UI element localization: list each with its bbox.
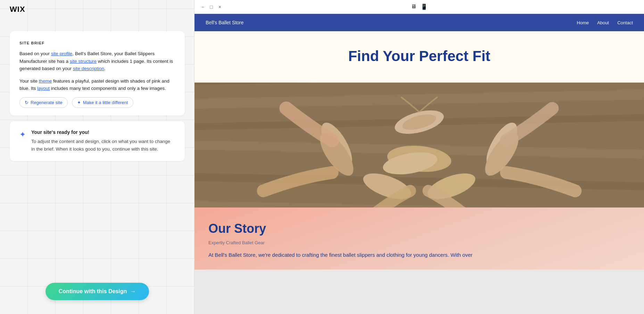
ready-card: ✦ Your site's ready for you! To adjust t… <box>10 121 185 161</box>
site-description-link[interactable]: site description <box>73 66 104 71</box>
left-panel: WIX SITE BRIEF Based on your site profil… <box>0 0 195 314</box>
make-different-button[interactable]: ✦ Make it a little different <box>72 97 133 108</box>
make-different-label: Make it a little different <box>83 100 128 105</box>
site-brief-paragraph1: Based on your site profile, Bell's Balle… <box>19 50 175 73</box>
site-brief-card: SITE BRIEF Based on your site profile, B… <box>10 31 185 116</box>
right-panel: 🖥 📱 − □ × Bell's Ballet Store Home About… <box>195 0 644 314</box>
regenerate-icon: ↻ <box>25 100 28 105</box>
nav-logo: Bell's Ballet Store <box>206 20 243 25</box>
ready-title: Your site's ready for you! <box>31 129 175 135</box>
hero-title: Find Your Perfect Fit <box>208 48 630 65</box>
continue-label: Continue with this Design <box>59 288 127 295</box>
site-profile-link[interactable]: site profile <box>51 51 73 56</box>
wix-logo: WIX <box>10 5 25 14</box>
story-title: Our Story <box>208 221 630 236</box>
site-brief-title: SITE BRIEF <box>19 41 175 45</box>
continue-button[interactable]: Continue with this Design → <box>46 283 149 300</box>
nav-bar: Bell's Ballet Store Home About Contact <box>195 14 644 31</box>
regenerate-site-button[interactable]: ↻ Regenerate site <box>19 97 68 108</box>
arrow-icon: → <box>130 288 136 295</box>
site-brief-paragraph2: Your site theme features a playful, past… <box>19 77 175 92</box>
nav-home[interactable]: Home <box>577 20 589 25</box>
toolbar-right: − □ × <box>200 4 223 10</box>
story-section: Our Story Expertly Crafted Ballet Gear A… <box>195 207 644 270</box>
story-body: At Bell's Ballet Store, we're dedicated … <box>208 251 630 259</box>
nav-about[interactable]: About <box>597 20 609 25</box>
hero-section: Find Your Perfect Fit <box>195 31 644 83</box>
spark-icon: ✦ <box>19 130 26 139</box>
wand-icon: ✦ <box>77 100 81 105</box>
layout-link[interactable]: layout <box>37 86 50 91</box>
hero-image <box>195 83 644 207</box>
left-content: SITE BRIEF Based on your site profile, B… <box>0 31 195 161</box>
ballet-shoes-visual <box>195 83 644 207</box>
minimize-button[interactable]: − <box>200 4 206 10</box>
nav-contact[interactable]: Contact <box>617 20 633 25</box>
continue-button-wrapper: Continue with this Design → <box>0 283 195 300</box>
site-structure-link[interactable]: site structure <box>70 59 97 64</box>
preview-toolbar: 🖥 📱 − □ × <box>195 0 644 14</box>
website-preview: Bell's Ballet Store Home About Contact F… <box>195 14 644 314</box>
ready-body: To adjust the content and design, click … <box>31 138 175 153</box>
brief-actions: ↻ Regenerate site ✦ Make it a little dif… <box>19 97 175 108</box>
mobile-icon[interactable]: 📱 <box>421 3 428 10</box>
regenerate-label: Regenerate site <box>31 100 63 105</box>
toolbar-center: 🖥 📱 <box>411 3 428 10</box>
close-button[interactable]: × <box>217 4 223 10</box>
ready-text: Your site's ready for you! To adjust the… <box>31 129 175 153</box>
desktop-icon[interactable]: 🖥 <box>411 3 416 10</box>
nav-links: Home About Contact <box>577 20 633 25</box>
restore-button[interactable]: □ <box>208 4 214 10</box>
ballet-shoes-svg <box>195 83 644 207</box>
theme-link[interactable]: theme <box>39 78 52 84</box>
story-subtitle: Expertly Crafted Ballet Gear <box>208 240 630 245</box>
